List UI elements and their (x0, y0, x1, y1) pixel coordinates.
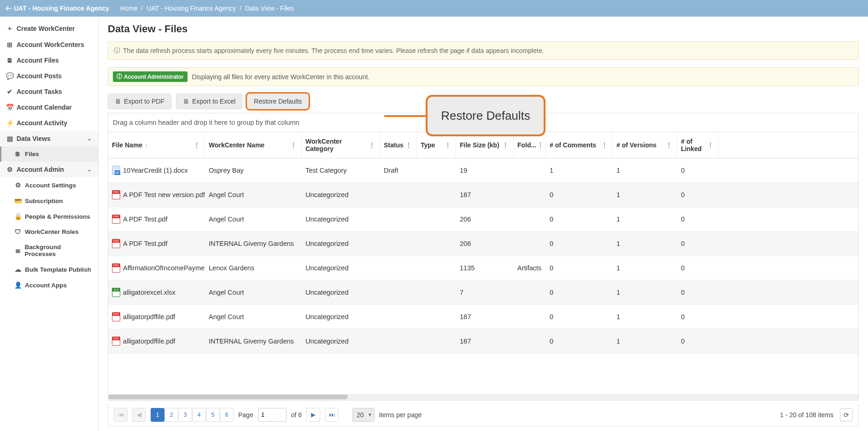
sidebar-admin-3[interactable]: 🛡WorkCenter Roles (0, 224, 98, 239)
column-header-0[interactable]: File Name↑⋮ (108, 132, 205, 158)
cell (417, 215, 456, 224)
cell: 0 (546, 309, 613, 325)
sidebar-item-5[interactable]: ⚡Account Activity (0, 115, 98, 131)
excel-icon: 🗎 (183, 98, 189, 105)
pager-last-button[interactable]: ⏭ (325, 408, 339, 422)
breadcrumb-current[interactable]: Data View - Files (245, 5, 294, 12)
cell (417, 312, 456, 321)
breadcrumb-account[interactable]: UAT - Housing Finance Agency (147, 5, 236, 12)
column-menu-icon[interactable]: ⋮ (368, 141, 376, 149)
layers-icon: ▤ (6, 135, 13, 142)
sidebar-item-4[interactable]: 📅Account Calendar (0, 99, 98, 115)
column-header-2[interactable]: WorkCenter Category⋮ (302, 132, 380, 158)
sidebar-admin-6[interactable]: 👤Account Apps (0, 277, 98, 293)
sidebar-admin-0[interactable]: ⚙Account Settings (0, 177, 98, 193)
items-per-page-select[interactable]: 20 (352, 408, 375, 422)
cell: Uncategorized (302, 235, 380, 252)
column-menu-icon[interactable]: ⋮ (536, 141, 545, 149)
cell: 187 (456, 309, 514, 325)
pager-next-button[interactable]: ▶ (306, 408, 320, 422)
page-6-button[interactable]: 6 (220, 408, 234, 422)
table-row[interactable]: AffirmationOfIncomePayments....Lenox Gar… (108, 256, 858, 280)
sidebar-account-admin[interactable]: ⚙Account Admin ⌄ (0, 162, 98, 177)
refresh-button[interactable]: ⟳ (840, 408, 853, 421)
column-header-8[interactable]: # of Versions⋮ (613, 132, 677, 158)
export-pdf-button[interactable]: 🗎 Export to PDF (108, 93, 171, 109)
column-menu-icon[interactable]: ⋮ (444, 141, 452, 149)
sidebar-data-views[interactable]: ▤Data Views ⌄ (0, 131, 98, 146)
admin-badge: ⓘ Account Administrator (113, 71, 188, 82)
breadcrumb-sep: / (141, 5, 143, 12)
column-header-1[interactable]: WorkCenter Name⋮ (205, 132, 302, 158)
cell (417, 166, 456, 175)
table-row[interactable]: alligatorpdffile.pdfINTERNAL Giverny Gar… (108, 329, 858, 354)
sidebar-files[interactable]: 🗎 Files (0, 146, 98, 162)
page-4-button[interactable]: 4 (192, 408, 206, 422)
sidebar-admin-5[interactable]: ☁Bulk Template Publish (0, 262, 98, 277)
column-menu-icon[interactable]: ⋮ (289, 141, 298, 149)
restore-defaults-callout: Restore Defaults (426, 95, 545, 136)
cell: 10YearCredit (1).docx (108, 161, 205, 180)
cell: A PDF Test.pdf (108, 234, 205, 253)
cell (380, 215, 417, 224)
column-menu-icon[interactable]: ⋮ (665, 141, 673, 149)
create-workcenter[interactable]: ＋ Create WorkCenter (0, 20, 98, 37)
table-row[interactable]: alligatorexcel.xlsxAngel CourtUncategori… (108, 280, 858, 305)
cell (514, 288, 546, 297)
cell (380, 312, 417, 321)
sidebar-item-1[interactable]: 🗎Account Files (0, 52, 98, 68)
page-3-button[interactable]: 3 (178, 408, 192, 422)
table-row[interactable]: 10YearCredit (1).docxOsprey BayTest Cate… (108, 158, 858, 183)
column-header-7[interactable]: # of Comments⋮ (546, 132, 613, 158)
back-link[interactable]: 🡠 UAT - Housing Finance Agency (6, 5, 109, 12)
horizontal-scrollbar[interactable] (108, 394, 858, 400)
cell: Test Category (302, 162, 380, 179)
table-row[interactable]: A PDF Test.pdfAngel CourtUncategorized20… (108, 207, 858, 232)
cell (514, 337, 546, 346)
column-menu-icon[interactable]: ⋮ (501, 141, 510, 149)
export-excel-button[interactable]: 🗎 Export to Excel (176, 93, 242, 109)
table-row[interactable]: A PDF Test.pdfINTERNAL Giverny GardensUn… (108, 232, 858, 256)
pager-prev-button[interactable]: ◀ (132, 408, 146, 422)
column-menu-icon[interactable]: ⋮ (706, 141, 715, 149)
sidebar-item-3[interactable]: ✔Account Tasks (0, 84, 98, 99)
grid-icon: ⊞ (6, 41, 13, 48)
pager-first-button[interactable]: ⏮ (114, 408, 128, 422)
cell: Uncategorized (302, 284, 380, 301)
breadcrumb-home[interactable]: Home (120, 5, 137, 12)
sidebar-admin-4[interactable]: ≣Background Processes (0, 239, 98, 262)
cell: Angel Court (205, 284, 302, 301)
admin-text: Displaying all files for every active Wo… (192, 73, 370, 81)
cell: 187 (456, 186, 514, 203)
cell: alligatorexcel.xlsx (108, 283, 205, 302)
cell: 19 (456, 162, 514, 179)
sort-asc-icon: ↑ (145, 143, 148, 148)
sidebar-admin-1[interactable]: 💳Subscription (0, 193, 98, 209)
column-header-9[interactable]: # of Linked⋮ (677, 132, 719, 158)
table-row[interactable]: A PDF Test new version.pdfAngel CourtUnc… (108, 183, 858, 207)
restore-defaults-button[interactable]: Restore Defaults (247, 93, 309, 109)
cell: 0 (546, 284, 613, 301)
pdf-file-icon (112, 312, 120, 321)
cell: Lenox Gardens (205, 260, 302, 276)
info-alert: ⓘ The data refresh process starts approx… (108, 41, 859, 60)
cell: 1135 (456, 260, 514, 276)
column-menu-icon[interactable]: ⋮ (193, 141, 201, 149)
page-2-button[interactable]: 2 (164, 408, 178, 422)
cell: 0 (677, 211, 719, 227)
page-input[interactable] (258, 408, 287, 422)
page-1-button[interactable]: 1 (151, 408, 164, 422)
column-menu-icon[interactable]: ⋮ (600, 141, 609, 149)
cell: 1 (613, 235, 677, 252)
page-5-button[interactable]: 5 (206, 408, 220, 422)
table-row[interactable]: alligatorpdffile.pdfAngel CourtUncategor… (108, 305, 858, 329)
column-menu-icon[interactable]: ⋮ (405, 141, 413, 149)
sidebar-admin-2[interactable]: 🔒People & Permissions (0, 209, 98, 224)
cell (380, 263, 417, 273)
column-header-3[interactable]: Status⋮ (380, 132, 417, 158)
sidebar-item-2[interactable]: 💬Account Posts (0, 68, 98, 84)
cell (417, 288, 456, 297)
cell: 0 (677, 260, 719, 276)
cloud-icon: ☁ (15, 266, 21, 273)
sidebar-item-0[interactable]: ⊞Account WorkCenters (0, 37, 98, 52)
